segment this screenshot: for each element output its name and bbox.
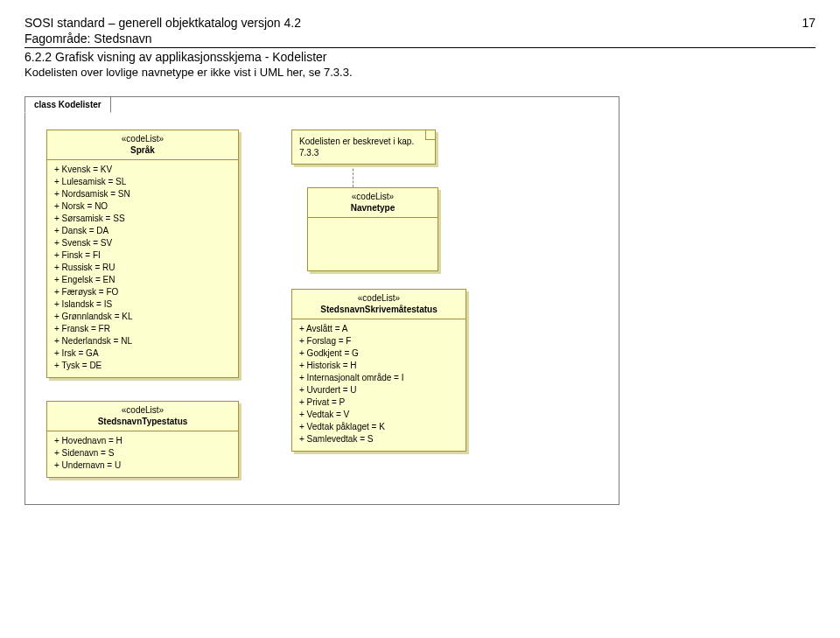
- attribute-row: + Privat = P: [299, 396, 458, 409]
- attribute-row: + Avslått = A: [299, 323, 458, 335]
- class-title: «codeList» Språk: [47, 130, 238, 160]
- attribute-row: + Nordsamisk = SN: [54, 188, 231, 200]
- attribute-row: + Vedtak påklaget = K: [299, 421, 458, 433]
- section-title: 6.2.2 Grafisk visning av applikasjonsskj…: [24, 50, 816, 64]
- header-divider: [24, 47, 816, 48]
- class-sprak: «codeList» Språk + Kvensk = KV+ Lulesami…: [46, 130, 239, 378]
- class-skrivemaatestatus: «codeList» StedsnavnSkrivemåtestatus + A…: [291, 289, 466, 452]
- class-title: «codeList» StedsnavnSkrivemåtestatus: [292, 290, 466, 319]
- attribute-row: + Nederlandsk = NL: [54, 335, 231, 347]
- page: SOSI standard – generell objektkatalog v…: [0, 0, 840, 638]
- stereotype-label: «codeList»: [315, 192, 430, 203]
- attribute-row: + Tysk = DE: [54, 360, 231, 372]
- class-name: StedsnavnTypestatus: [54, 417, 231, 428]
- attribute-list: + Hovednavn = H+ Sidenavn = S+ Undernavn…: [47, 431, 238, 477]
- uml-diagram: class Kodelister «codeList» Språk + Kven…: [24, 96, 620, 505]
- stereotype-label: «codeList»: [299, 293, 458, 305]
- attribute-row: + Grønnlandsk = KL: [54, 311, 231, 323]
- class-name: Språk: [54, 145, 231, 157]
- attribute-row: + Finsk = FI: [54, 249, 231, 262]
- attribute-list: [308, 218, 438, 270]
- attribute-list: + Kvensk = KV+ Lulesamisk = SL+ Nordsami…: [47, 160, 238, 377]
- note-connector: [353, 165, 466, 187]
- attribute-row: + Hovednavn = H: [54, 435, 231, 447]
- attribute-row: + Færøysk = FO: [54, 286, 231, 298]
- attribute-row: + Vedtak = V: [299, 409, 458, 421]
- class-name: StedsnavnSkrivemåtestatus: [299, 305, 458, 316]
- attribute-row: + Samlevedtak = S: [299, 433, 458, 445]
- class-navnetype: «codeList» Navnetype: [307, 187, 438, 271]
- attribute-row: + Kvensk = KV: [54, 164, 231, 176]
- doc-subtitle: Fagområde: Stedsnavn: [24, 32, 816, 46]
- note-line: Kodelisten er beskrevet i kap.: [299, 136, 423, 147]
- attribute-row: + Forslag = F: [299, 335, 458, 347]
- diagram-col-left: «codeList» Språk + Kvensk = KV+ Lulesami…: [46, 130, 239, 478]
- page-number: 17: [802, 16, 816, 30]
- attribute-row: + Fransk = FR: [54, 323, 231, 335]
- class-title: «codeList» StedsnavnTypestatus: [47, 402, 238, 431]
- note-line: 7.3.3: [299, 147, 423, 158]
- attribute-row: + Historisk = H: [299, 360, 458, 372]
- attribute-row: + Sidenavn = S: [54, 447, 231, 459]
- uml-note: Kodelisten er beskrevet i kap. 7.3.3: [291, 130, 436, 165]
- attribute-row: + Uvurdert = U: [299, 384, 458, 396]
- attribute-row: + Norsk = NO: [54, 200, 231, 213]
- attribute-row: + Svensk = SV: [54, 237, 231, 249]
- diagram-body: «codeList» Språk + Kvensk = KV+ Lulesami…: [25, 114, 619, 478]
- attribute-row: + Irsk = GA: [54, 347, 231, 360]
- attribute-row: + Lulesamisk = SL: [54, 176, 231, 188]
- attribute-row: + Russisk = RU: [54, 262, 231, 274]
- attribute-row: + Islandsk = IS: [54, 298, 231, 311]
- attribute-row: + Godkjent = G: [299, 347, 458, 360]
- class-title: «codeList» Navnetype: [308, 188, 438, 218]
- attribute-row: + Engelsk = EN: [54, 274, 231, 286]
- section-subnote: Kodelisten over lovlige navnetype er ikk…: [24, 66, 816, 79]
- attribute-list: + Avslått = A+ Forslag = F+ Godkjent = G…: [292, 319, 466, 451]
- attribute-row: + Sørsamisk = SS: [54, 213, 231, 225]
- stereotype-label: «codeList»: [54, 134, 231, 145]
- doc-title: SOSI standard – generell objektkatalog v…: [24, 16, 301, 30]
- diagram-label: class Kodelister: [24, 96, 111, 113]
- diagram-col-right: Kodelisten er beskrevet i kap. 7.3.3 «co…: [291, 130, 466, 478]
- attribute-row: + Undernavn = U: [54, 459, 231, 472]
- class-name: Navnetype: [315, 203, 430, 214]
- class-typestatus: «codeList» StedsnavnTypestatus + Hovedna…: [46, 401, 239, 478]
- page-header: SOSI standard – generell objektkatalog v…: [24, 16, 816, 30]
- attribute-row: + Dansk = DA: [54, 225, 231, 237]
- stereotype-label: «codeList»: [54, 405, 231, 417]
- attribute-row: + Internasjonalt område = I: [299, 372, 458, 384]
